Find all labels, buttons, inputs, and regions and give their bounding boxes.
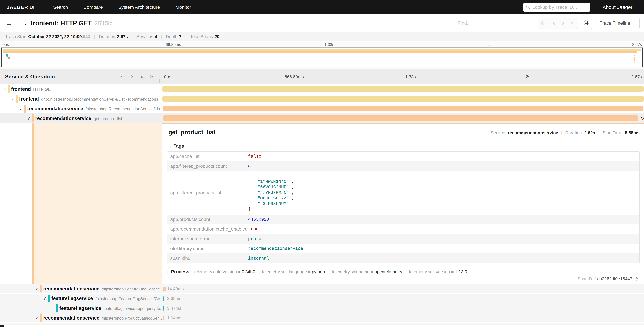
tag-row[interactable]: app.cache_hitfalse <box>167 152 640 161</box>
span-duration-label: 2.62s <box>640 116 644 121</box>
minimap-canvas[interactable] <box>1 47 643 67</box>
span-bar[interactable] <box>163 306 164 310</box>
span-detail-panel: get_product_list Service:recommendations… <box>162 123 644 284</box>
expand-one-icon[interactable] <box>130 74 134 79</box>
span-row-timeline[interactable] <box>162 94 644 104</box>
find-prev-icon[interactable]: ∧ <box>549 20 558 26</box>
service-name: featureflagservice <box>51 296 93 301</box>
span-duration-label: 3.47ms <box>167 306 181 311</box>
tag-row[interactable]: app.filtered_products.count8 <box>167 161 640 171</box>
span-row-timeline[interactable]: 14.49ms <box>162 284 644 293</box>
chevron-down-icon[interactable]: ∨ <box>11 96 14 101</box>
span-row-timeline[interactable]: 3.47ms <box>162 304 644 313</box>
tag-row[interactable]: internal.span.formatproto <box>167 234 640 244</box>
chevron-down-icon[interactable]: ∨ <box>3 87 6 92</box>
span-row-timeline[interactable]: 1.04ms <box>162 313 644 322</box>
list-bracket: ] <box>248 207 294 212</box>
process-row[interactable]: ›Process:telemetry.auto.version = 0.34b0… <box>167 269 640 274</box>
span-row-name-column[interactable]: ∨frontendHTTP GET <box>0 84 162 94</box>
span-row-name-column[interactable]: ∨recommendationservice/hipstershop.Featu… <box>0 284 162 293</box>
span-bar[interactable] <box>163 287 166 291</box>
collapse-trace-chevron-icon[interactable]: ⌄ <box>23 20 28 26</box>
nav-item-monitor[interactable]: Monitor <box>176 4 191 10</box>
ruler-tick-label: 2s <box>526 74 530 80</box>
span-row-timeline[interactable]: 3.68ms <box>162 294 644 303</box>
about-jaeger-menu[interactable]: About Jaeger ⌄ <box>602 4 637 10</box>
span-row-timeline[interactable] <box>162 323 644 325</box>
find-next-icon[interactable]: ∨ <box>558 20 567 26</box>
nav-item-search[interactable]: Search <box>53 4 68 10</box>
chevron-down-icon[interactable]: ∨ <box>35 316 38 320</box>
span-row[interactable]: featureflagservicefeatureflagservice.rep… <box>0 304 644 313</box>
nav-item-system-architecture[interactable]: System Architecture <box>118 4 160 10</box>
span-bar[interactable] <box>162 86 644 92</box>
indent-guide <box>5 304 5 313</box>
chevron-down-icon[interactable]: ∨ <box>35 286 38 291</box>
keyboard-shortcuts-button[interactable]: ⌘ <box>581 18 592 29</box>
span-row-timeline[interactable]: 2.62s <box>162 114 644 123</box>
operation-name: /hipstershop.RecommendationService/Lis..… <box>86 106 162 111</box>
span-row[interactable]: ∨recommendationserviceget_product_list2.… <box>0 114 644 123</box>
nav-item-compare[interactable]: Compare <box>84 4 103 10</box>
span-row[interactable]: ∨recommendationservice/hipstershop.Produ… <box>0 313 644 323</box>
trace-view-select[interactable]: Trace Timeline ⌄ <box>595 18 640 29</box>
timeline-minimap[interactable]: 0μs666.89ms1.33s2s2.67s <box>0 41 644 69</box>
span-row[interactable] <box>0 323 644 325</box>
find-addon: ∧ ∨ × <box>538 18 578 28</box>
span-row[interactable]: ∨recommendationservice/hipstershop.Featu… <box>0 284 644 294</box>
minimap-right-handle[interactable] <box>642 48 643 67</box>
tag-row[interactable]: span.kindinternal <box>167 254 640 263</box>
span-meta: Service:recommendationservice|Duration:2… <box>491 130 640 136</box>
chevron-down-icon[interactable]: ∨ <box>19 106 22 111</box>
span-bar[interactable] <box>163 106 644 111</box>
span-bar[interactable] <box>163 296 164 301</box>
find-clear-icon[interactable]: × <box>567 20 576 26</box>
span-row-name-column[interactable]: ∨featureflagservice/hipstershop.FeatureF… <box>0 294 162 303</box>
operation-name: grpc.hipstershop.RecommendationService/L… <box>41 97 158 102</box>
collapse-all-icon[interactable] <box>139 74 144 79</box>
span-row-label: recommendationservice/hipstershop.Recomm… <box>27 106 162 112</box>
span-row-name-column[interactable] <box>0 323 162 325</box>
separator: | <box>132 34 133 39</box>
chevron-down-icon[interactable]: ∨ <box>27 116 30 121</box>
back-arrow-icon: ← <box>6 19 13 27</box>
tag-row[interactable]: app.recommendation.cache_enabledtrue <box>167 224 640 234</box>
summary-value: October 22 2022, 22:10:09 <box>28 34 82 39</box>
span-row-name-column[interactable]: ∨frontendgrpc.hipstershop.Recommendation… <box>0 94 162 104</box>
minimap-left-handle[interactable] <box>1 48 2 67</box>
span-row-name-column[interactable]: ∨recommendationservice/hipstershop.Recom… <box>0 104 162 114</box>
column-resize-handle[interactable] <box>158 78 160 82</box>
back-button[interactable]: ← <box>0 14 18 32</box>
app-brand[interactable]: JAEGER UI <box>7 4 34 10</box>
tag-row[interactable]: app.products.count44530923 <box>167 214 640 224</box>
tags-section-header[interactable]: ⌄ Tags <box>162 143 644 149</box>
span-row-timeline[interactable] <box>162 104 644 114</box>
command-icon: ⌘ <box>584 20 590 27</box>
expand-all-icon[interactable] <box>149 74 154 79</box>
span-row[interactable]: ∨recommendationservice/hipstershop.Recom… <box>0 104 644 114</box>
span-row[interactable]: ∨frontendHTTP GET <box>0 84 644 94</box>
span-bar[interactable] <box>163 115 638 121</box>
service-color-bar <box>8 85 10 93</box>
span-row-timeline[interactable] <box>162 84 644 94</box>
chevron-down-icon[interactable]: ∨ <box>43 296 46 301</box>
span-row-name-column[interactable]: ∨recommendationserviceget_product_list <box>0 114 162 123</box>
focus-icon[interactable] <box>540 21 549 26</box>
trace-title: frontend: HTTP GET <box>31 20 92 27</box>
tag-row[interactable]: otel.library.namerecommendationservice <box>167 244 640 254</box>
span-row-name-column[interactable]: ∨recommendationservice/hipstershop.Produ… <box>0 313 162 322</box>
span-bar[interactable] <box>162 96 644 102</box>
collapse-one-icon[interactable] <box>120 74 124 79</box>
tag-row[interactable]: app.filtered_products.list["1YMWWN1N4O" … <box>167 171 640 214</box>
link-icon[interactable] <box>634 276 639 282</box>
find-input[interactable] <box>454 18 538 28</box>
span-bar[interactable] <box>163 316 164 320</box>
span-row[interactable]: ∨featureflagservice/hipstershop.FeatureF… <box>0 294 644 304</box>
span-row[interactable]: ∨frontendgrpc.hipstershop.Recommendation… <box>0 94 644 104</box>
minimap-divider <box>482 48 482 67</box>
indent-guide <box>37 323 38 325</box>
span-row-name-column[interactable]: featureflagservicefeatureflagservice.rep… <box>0 304 162 313</box>
trace-id-search-input[interactable] <box>532 4 588 10</box>
trace-id-search[interactable] <box>523 3 590 12</box>
indent-guide <box>13 323 13 325</box>
